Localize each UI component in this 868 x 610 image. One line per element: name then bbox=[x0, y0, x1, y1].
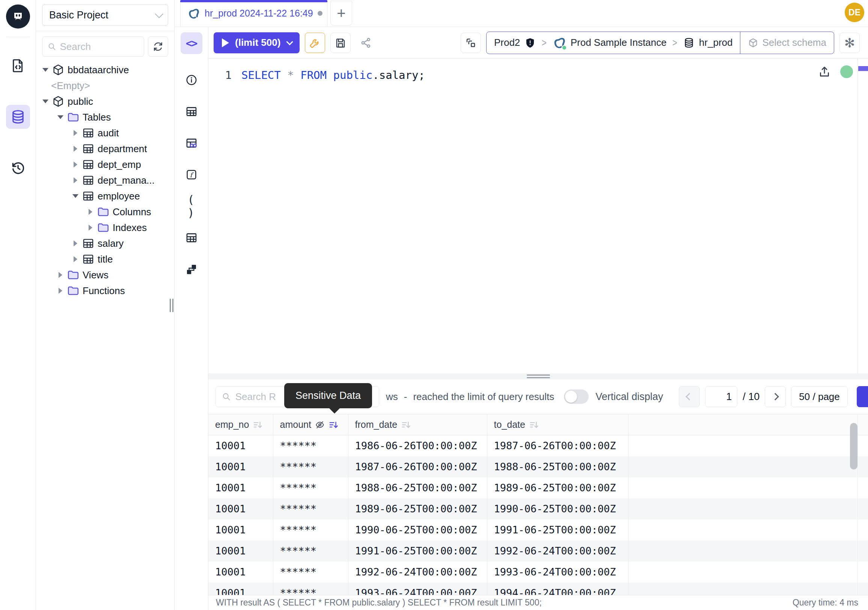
result-cell: ****** bbox=[273, 582, 348, 595]
tree-caret-icon[interactable] bbox=[85, 225, 96, 231]
query-time: Query time: 4 ms bbox=[792, 598, 858, 608]
sql-editor[interactable]: 1 SELECT * FROM public .salary; bbox=[208, 59, 868, 373]
result-row[interactable]: 10001******1987-06-26T00:00:00Z1988-06-2… bbox=[208, 456, 868, 477]
tree-caret-icon[interactable] bbox=[55, 115, 66, 119]
format-sql-button[interactable] bbox=[461, 33, 481, 53]
tree-item[interactable]: Functions bbox=[36, 283, 174, 299]
admin-wrench-button[interactable] bbox=[305, 33, 325, 53]
table-icon bbox=[82, 253, 95, 265]
share-button[interactable] bbox=[356, 33, 376, 53]
eye-off-icon[interactable] bbox=[315, 420, 325, 430]
save-button[interactable] bbox=[330, 33, 351, 53]
chevron-down-icon bbox=[155, 10, 164, 19]
tree-caret-icon[interactable] bbox=[70, 256, 81, 262]
tree-item[interactable]: public bbox=[36, 93, 174, 109]
tree-caret-icon[interactable] bbox=[55, 288, 66, 294]
sql-editor-tab-icon[interactable]: <> bbox=[181, 32, 202, 54]
result-row[interactable]: 10001******1991-06-25T00:00:00Z1992-06-2… bbox=[208, 540, 868, 562]
schema-selector[interactable]: Select schema bbox=[740, 32, 834, 54]
connection-context[interactable]: Prod2 > Prod Sample Instance > hr_prod bbox=[487, 32, 740, 54]
tree-item[interactable]: Tables bbox=[36, 109, 174, 125]
page-number-input[interactable] bbox=[705, 386, 737, 407]
result-column-header[interactable]: from_date bbox=[348, 414, 487, 435]
vertical-display-toggle[interactable] bbox=[564, 390, 589, 404]
refresh-schema-button[interactable] bbox=[148, 36, 168, 57]
tree-item[interactable]: department bbox=[36, 141, 174, 157]
limit-text: reached the limit of query results bbox=[413, 391, 554, 403]
result-column-header[interactable]: to_date bbox=[487, 414, 628, 435]
tree-item[interactable]: Columns bbox=[36, 204, 174, 220]
result-cell: 1993-06-24T00:00:00Z bbox=[348, 582, 487, 595]
tree-caret-icon[interactable] bbox=[85, 209, 96, 215]
executed-sql-text: WITH result AS ( SELECT * FROM public.sa… bbox=[216, 598, 542, 608]
export-button-partial[interactable] bbox=[857, 386, 868, 407]
tree-caret-icon[interactable] bbox=[70, 146, 81, 152]
project-selector[interactable]: Basic Project bbox=[42, 5, 168, 26]
folder-icon bbox=[97, 205, 110, 218]
editor-minimap-bar bbox=[858, 66, 868, 71]
page-size-select[interactable]: 50 / page bbox=[791, 386, 847, 407]
dash: - bbox=[404, 391, 407, 403]
database-nav-icon[interactable] bbox=[6, 105, 30, 129]
upload-sql-button[interactable] bbox=[817, 65, 832, 80]
tree-item[interactable]: <Empty> bbox=[36, 78, 174, 93]
tree-item-label: Tables bbox=[82, 112, 111, 123]
sort-icon[interactable] bbox=[401, 420, 411, 430]
tree-caret-icon[interactable] bbox=[70, 130, 81, 136]
tables-panel-icon[interactable] bbox=[181, 101, 202, 123]
tree-item[interactable]: audit bbox=[36, 125, 174, 141]
tree-caret-icon[interactable] bbox=[70, 161, 81, 168]
tree-item[interactable]: dept_emp bbox=[36, 157, 174, 172]
worksheet-tab[interactable]: hr_prod 2024-11-22 16:49 bbox=[180, 0, 327, 27]
folder-icon bbox=[67, 284, 80, 297]
sort-icon[interactable] bbox=[329, 420, 338, 430]
tree-caret-icon[interactable] bbox=[40, 68, 51, 72]
prev-page-button[interactable] bbox=[679, 386, 700, 407]
next-page-button[interactable] bbox=[765, 386, 786, 407]
unsaved-dot bbox=[318, 11, 322, 16]
procedures-panel-icon[interactable]: ( ) bbox=[181, 195, 202, 217]
result-row[interactable]: 10001******1990-06-25T00:00:00Z1991-06-2… bbox=[208, 520, 868, 540]
tree-item[interactable]: Views bbox=[36, 267, 174, 283]
sidebar-resize-handle[interactable] bbox=[170, 299, 174, 312]
tree-item[interactable]: employee bbox=[36, 188, 174, 204]
run-label: (limit 500) bbox=[235, 37, 281, 48]
run-query-button[interactable]: (limit 500) bbox=[214, 32, 299, 53]
user-avatar[interactable]: DE bbox=[845, 3, 864, 22]
history-icon[interactable] bbox=[6, 156, 30, 180]
tree-item-label: bbdataarchive bbox=[68, 64, 129, 76]
result-row[interactable]: 10001******1993-06-24T00:00:00Z1994-06-2… bbox=[208, 582, 868, 595]
worksheet-file-icon[interactable] bbox=[6, 54, 30, 78]
tree-caret-icon[interactable] bbox=[70, 241, 81, 247]
tree-caret-icon[interactable] bbox=[40, 99, 51, 103]
tree-item[interactable]: bbdataarchive bbox=[36, 62, 174, 78]
info-icon[interactable] bbox=[181, 69, 202, 91]
sort-icon[interactable] bbox=[253, 420, 262, 430]
tree-item[interactable]: title bbox=[36, 251, 174, 267]
result-row[interactable]: 10001******1986-06-26T00:00:00Z1987-06-2… bbox=[208, 435, 868, 456]
panel-splitter[interactable] bbox=[208, 373, 868, 379]
tree-caret-icon[interactable] bbox=[70, 177, 81, 183]
results-scrollbar-thumb[interactable] bbox=[850, 423, 857, 470]
tab-bar: hr_prod 2024-11-22 16:49 + DE bbox=[175, 0, 868, 27]
sensitive-tables-icon[interactable] bbox=[181, 132, 202, 154]
external-tables-icon[interactable] bbox=[181, 227, 202, 249]
sidebar-search-input[interactable] bbox=[60, 41, 139, 53]
tree-caret-icon[interactable] bbox=[70, 194, 81, 198]
functions-panel-icon[interactable]: f bbox=[181, 164, 202, 186]
tree-caret-icon[interactable] bbox=[55, 272, 66, 278]
sort-icon[interactable] bbox=[529, 420, 539, 430]
environment-shield-icon bbox=[524, 37, 536, 48]
ai-assistant-button[interactable]: ✻ bbox=[840, 33, 860, 53]
schema-diagram-icon[interactable] bbox=[181, 258, 202, 280]
result-column-header[interactable]: amount bbox=[273, 414, 348, 435]
app-logo-icon[interactable] bbox=[6, 5, 30, 28]
tree-item[interactable]: dept_mana... bbox=[36, 172, 174, 188]
result-row[interactable]: 10001******1989-06-25T00:00:00Z1990-06-2… bbox=[208, 498, 868, 520]
result-row[interactable]: 10001******1988-06-25T00:00:00Z1989-06-2… bbox=[208, 477, 868, 498]
result-column-header[interactable]: emp_no bbox=[208, 414, 273, 435]
new-tab-button[interactable]: + bbox=[330, 1, 352, 26]
result-row[interactable]: 10001******1992-06-24T00:00:00Z1993-06-2… bbox=[208, 562, 868, 582]
tree-item[interactable]: Indexes bbox=[36, 220, 174, 236]
tree-item[interactable]: salary bbox=[36, 236, 174, 251]
